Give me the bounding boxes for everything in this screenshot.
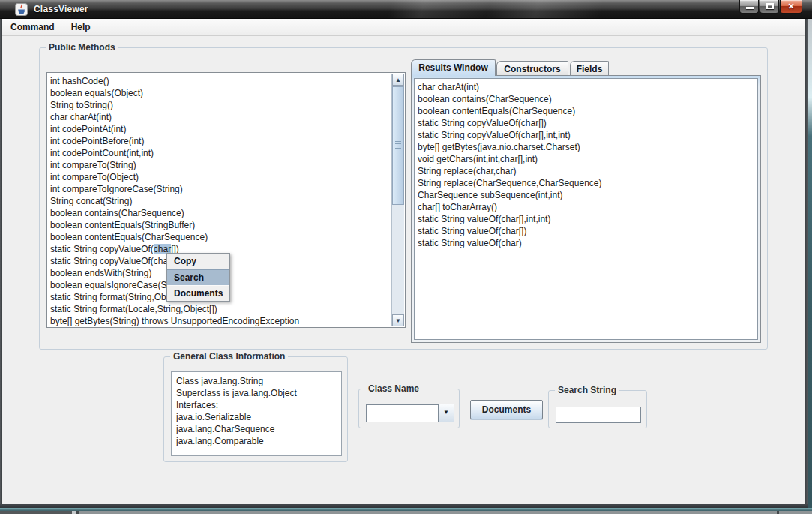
tab-results-window[interactable]: Results Window xyxy=(411,59,496,76)
class-info-line: Class java.lang.String xyxy=(172,375,341,387)
maximize-button[interactable] xyxy=(760,0,779,14)
class-info-line: Superclass is java.lang.Object xyxy=(172,387,341,399)
result-item[interactable]: boolean contentEquals(CharSequence) xyxy=(415,105,757,117)
method-item[interactable]: char charAt(int) xyxy=(48,111,391,123)
search-string-label: Search String xyxy=(555,385,619,395)
result-rows: char charAt(int)boolean contains(CharSeq… xyxy=(415,80,757,338)
context-menu-search[interactable]: Search xyxy=(167,269,229,285)
result-item[interactable]: void getChars(int,int,char[],int) xyxy=(415,153,757,165)
results-tab-panel: char charAt(int)boolean contains(CharSeq… xyxy=(411,75,761,343)
java-logo-icon xyxy=(15,3,28,16)
result-item[interactable]: char charAt(int) xyxy=(415,81,757,93)
general-class-info-text: Class java.lang.StringSuperclass is java… xyxy=(171,371,342,456)
class-info-line: Interfaces: xyxy=(172,399,341,411)
method-item[interactable]: boolean contentEquals(StringBuffer) xyxy=(48,219,391,231)
result-item[interactable]: char[] toCharArray() xyxy=(415,201,757,213)
scrollbar-thumb[interactable] xyxy=(392,86,404,205)
desktop-background-strip xyxy=(808,19,812,508)
result-item[interactable]: CharSequence subSequence(int,int) xyxy=(415,189,757,201)
search-string-group: Search String xyxy=(548,390,647,428)
method-item[interactable]: boolean contains(CharSequence) xyxy=(48,207,391,219)
result-item[interactable]: byte[] getBytes(java.nio.charset.Charset… xyxy=(415,141,757,153)
result-item[interactable]: static String copyValueOf(char[],int,int… xyxy=(415,129,757,141)
title-bar[interactable]: ClassViewer ✕ xyxy=(0,0,812,19)
method-item[interactable]: int compareTo(Object) xyxy=(48,171,391,183)
close-icon: ✕ xyxy=(787,2,794,11)
background-toolbar-divider xyxy=(777,511,779,514)
window-left-border xyxy=(0,19,2,504)
result-item[interactable]: String replace(char,char) xyxy=(415,165,757,177)
result-item[interactable]: static String valueOf(char) xyxy=(415,237,757,249)
method-item[interactable]: byte[] getBytes(String) throws Unsupport… xyxy=(48,315,391,326)
minimize-icon xyxy=(746,7,754,9)
results-list[interactable]: char charAt(int)boolean contains(CharSeq… xyxy=(414,78,758,340)
result-item[interactable]: String replace(CharSequence,CharSequence… xyxy=(415,177,757,189)
general-class-info-label: General Class Information xyxy=(170,351,288,362)
result-item[interactable]: boolean contains(CharSequence) xyxy=(415,93,757,105)
close-button[interactable]: ✕ xyxy=(780,0,802,14)
method-item[interactable]: int codePointCount(int,int) xyxy=(48,147,391,159)
tab-fields[interactable]: Fields xyxy=(570,61,609,76)
menu-bar: Command Help xyxy=(2,19,805,36)
result-item[interactable]: static String copyValueOf(char[]) xyxy=(415,117,757,129)
menu-help[interactable]: Help xyxy=(63,19,99,36)
class-name-label: Class Name xyxy=(365,383,422,394)
vertical-scrollbar[interactable]: ▲ ▼ xyxy=(391,74,404,326)
context-menu: Copy Search Documents xyxy=(166,253,230,302)
maximize-icon xyxy=(766,3,774,9)
background-toolbar-segment xyxy=(0,511,72,514)
method-item[interactable]: int compareTo(String) xyxy=(48,159,391,171)
context-menu-documents[interactable]: Documents xyxy=(167,285,229,301)
class-name-group: Class Name ▼ xyxy=(358,389,460,428)
menu-command[interactable]: Command xyxy=(2,19,63,36)
scroll-up-icon[interactable]: ▲ xyxy=(392,74,404,86)
scroll-down-icon[interactable]: ▼ xyxy=(392,314,404,326)
method-item[interactable]: static String format(Locale,String,Objec… xyxy=(48,303,391,315)
background-toolbar xyxy=(0,511,812,514)
minimize-button[interactable] xyxy=(739,0,759,14)
classviewer-window: ClassViewer ✕ Command Help Public Method… xyxy=(0,0,812,514)
method-item[interactable]: String concat(String) xyxy=(48,195,391,207)
general-class-info-group: General Class Information Class java.lan… xyxy=(163,356,348,462)
class-info-line: java.io.Serializable xyxy=(172,411,341,423)
method-item[interactable]: int codePointBefore(int) xyxy=(48,135,391,147)
class-info-line: java.lang.CharSequence xyxy=(172,423,341,435)
result-item[interactable]: static String valueOf(char[]) xyxy=(415,225,757,237)
context-menu-copy[interactable]: Copy xyxy=(167,254,229,269)
background-toolbar-divider xyxy=(76,511,79,514)
method-item[interactable]: int codePointAt(int) xyxy=(48,123,391,135)
window-title: ClassViewer xyxy=(34,4,88,14)
documents-button[interactable]: Documents xyxy=(470,400,543,419)
public-methods-label: Public Methods xyxy=(46,42,118,53)
method-item[interactable]: int compareToIgnoreCase(String) xyxy=(48,183,391,195)
method-item[interactable]: boolean equals(Object) xyxy=(48,87,391,99)
class-name-combobox[interactable]: ▼ xyxy=(366,404,454,422)
class-info-line: java.lang.Comparable xyxy=(172,435,341,447)
method-item[interactable]: int hashCode() xyxy=(48,75,391,87)
method-item[interactable]: String toString() xyxy=(48,99,391,111)
search-string-input[interactable] xyxy=(556,407,641,423)
result-item[interactable]: static String valueOf(char[],int,int) xyxy=(415,213,757,225)
chevron-down-icon[interactable]: ▼ xyxy=(438,404,454,422)
method-item[interactable]: boolean contentEquals(CharSequence) xyxy=(48,231,391,243)
tab-constructors[interactable]: Constructors xyxy=(496,61,568,76)
